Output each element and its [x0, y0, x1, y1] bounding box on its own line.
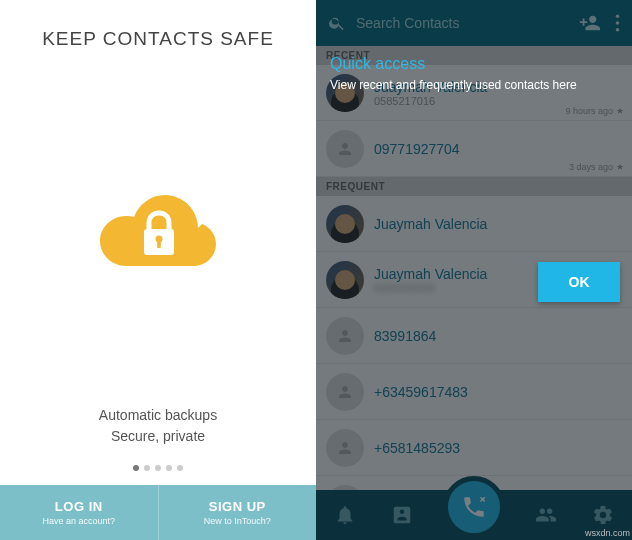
- login-button[interactable]: LOG IN Have an account?: [0, 485, 159, 540]
- contact-name: Juaymah Valencia: [374, 216, 622, 232]
- contact-body: +6581485293: [374, 440, 622, 456]
- avatar-placeholder: [326, 130, 364, 168]
- contact-row[interactable]: +6581485293: [316, 420, 632, 476]
- page-dot: [177, 465, 183, 471]
- gear-icon[interactable]: [592, 504, 614, 526]
- contact-body: Juaymah Valencia: [374, 216, 622, 232]
- contact-meta: 3 days ago: [569, 162, 624, 172]
- login-label: LOG IN: [55, 499, 103, 514]
- contact-row[interactable]: +63459617483: [316, 364, 632, 420]
- contact-body: 09771927704: [374, 141, 622, 157]
- watermark: wsxdn.com: [585, 528, 630, 538]
- avatar-placeholder: [326, 429, 364, 467]
- page-dot: [155, 465, 161, 471]
- pin-icon: [616, 107, 624, 115]
- page-dot: [166, 465, 172, 471]
- onboarding-title: KEEP CONTACTS SAFE: [42, 28, 274, 50]
- search-area[interactable]: Search Contacts: [328, 14, 565, 32]
- cloud-lock-icon: [88, 173, 228, 283]
- contact-card-icon[interactable]: [391, 504, 413, 526]
- pin-icon: [616, 163, 624, 171]
- contact-name: 09771927704: [374, 141, 622, 157]
- contact-sub: 0585217016: [374, 95, 622, 107]
- svg-point-5: [616, 28, 620, 32]
- page-dot: [144, 465, 150, 471]
- bell-icon[interactable]: [334, 504, 356, 526]
- page-dot: [133, 465, 139, 471]
- contact-name: +63459617483: [374, 384, 622, 400]
- contact-row[interactable]: 83991864: [316, 308, 632, 364]
- onboarding-pane: KEEP CONTACTS SAFE Automatic backups Sec…: [0, 0, 316, 540]
- onboarding-subtitle: Automatic backups Secure, private: [99, 405, 217, 447]
- contact-row[interactable]: Juaymah Valencia: [316, 196, 632, 252]
- search-placeholder: Search Contacts: [356, 15, 460, 31]
- frequent-list: Juaymah ValenciaJuaymah Valencia00000000…: [316, 196, 632, 490]
- contact-row[interactable]: 097719277043 days ago: [316, 121, 632, 177]
- contact-body: 83991864: [374, 328, 622, 344]
- ok-button[interactable]: OK: [538, 262, 620, 302]
- auth-row: LOG IN Have an account? SIGN UP New to I…: [0, 485, 316, 540]
- contact-name: +6581485293: [374, 440, 622, 456]
- add-contact-icon[interactable]: [579, 12, 601, 34]
- section-header-frequent: FREQUENT: [316, 177, 632, 196]
- overlay-text: View recent and frequently used contacts…: [330, 78, 622, 92]
- login-sublabel: Have an account?: [42, 516, 115, 526]
- avatar-photo: [326, 205, 364, 243]
- avatar-placeholder: [326, 373, 364, 411]
- cloud-illustration: [88, 50, 228, 405]
- avatar-photo: [326, 261, 364, 299]
- overlay-title: Quick access: [330, 55, 425, 73]
- signup-sublabel: New to InTouch?: [204, 516, 271, 526]
- dialer-fab[interactable]: [443, 476, 505, 538]
- contacts-pane: Search Contacts RECENT Juaymah Valencia0…: [316, 0, 632, 540]
- signup-button[interactable]: SIGN UP New to InTouch?: [159, 485, 317, 540]
- people-icon[interactable]: [535, 504, 557, 526]
- overflow-menu-icon[interactable]: [615, 14, 620, 32]
- contact-body: +63459617483: [374, 384, 622, 400]
- phone-icon: [461, 494, 487, 520]
- contact-meta: 9 hours ago: [565, 106, 624, 116]
- svg-point-4: [616, 21, 620, 25]
- page-indicator: [133, 465, 183, 471]
- contact-row[interactable]: Juaymah Valencia05852170169 hours ago: [316, 65, 632, 121]
- contact-name: 83991864: [374, 328, 622, 344]
- signup-label: SIGN UP: [209, 499, 266, 514]
- avatar-placeholder: [326, 317, 364, 355]
- topbar: Search Contacts: [316, 0, 632, 46]
- svg-rect-2: [157, 240, 161, 248]
- search-icon: [328, 14, 346, 32]
- svg-point-3: [616, 14, 620, 18]
